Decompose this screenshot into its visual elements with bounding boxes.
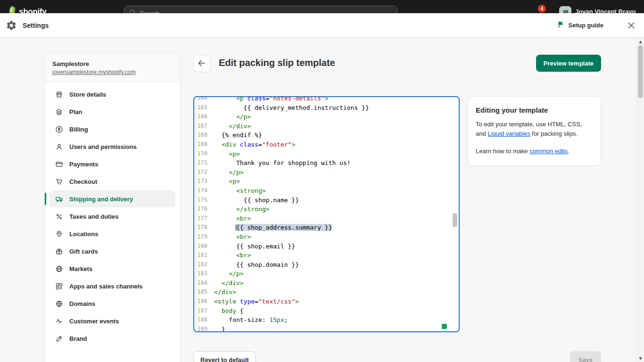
page-title: Edit packing slip template — [219, 58, 335, 68]
template-code-editor[interactable]: 1641651661671681691701711721731741751761… — [193, 96, 460, 332]
sidebar-item-gift-cards[interactable]: Gift cards — [50, 243, 175, 260]
shopify-wordmark: shopify — [19, 7, 46, 14]
sidebar-item-customer-events[interactable]: Customer events — [50, 313, 175, 329]
sidebar-item-label: Brand — [69, 335, 87, 342]
taxes-icon — [54, 212, 64, 221]
setup-guide-label: Setup guide — [569, 22, 603, 29]
domains-icon — [54, 299, 64, 308]
billing-icon — [54, 124, 64, 134]
sidebar-item-label: Plan — [69, 108, 82, 115]
sidebar-item-apps-and-sales-channels[interactable]: Apps and sales channels — [50, 278, 175, 295]
checkout-icon — [54, 177, 64, 186]
scrollbar-up-arrow[interactable]: ▲ — [637, 38, 644, 45]
notification-badge[interactable]: 4 — [538, 5, 546, 13]
sidebar-item-locations[interactable]: Locations — [50, 225, 175, 242]
sidebar-item-taxes-and-duties[interactable]: Taxes and duties — [50, 208, 175, 225]
sidebar-item-label: Payments — [69, 161, 98, 168]
settings-header: Settings Setup guide — [0, 13, 644, 38]
sidebar-item-label: Checkout — [69, 178, 97, 185]
editor-scrollbar-thumb[interactable] — [453, 213, 457, 227]
locations-icon — [54, 229, 64, 239]
setup-guide-button[interactable]: Setup guide — [557, 21, 603, 30]
brand-icon — [54, 334, 64, 343]
sidebar-item-label: Taxes and duties — [69, 213, 119, 220]
user-name[interactable]: Jovan Vincent Bravo — [575, 8, 636, 13]
close-icon[interactable] — [626, 21, 636, 31]
plan-icon — [54, 107, 64, 116]
settings-title: Settings — [23, 22, 49, 29]
sidebar-item-label: Billing — [69, 126, 88, 133]
sidebar-item-label: Store details — [69, 91, 106, 98]
sidebar-item-domains[interactable]: Domains — [50, 295, 175, 312]
markets-icon — [54, 264, 64, 273]
storefront-icon — [54, 90, 64, 99]
sidebar-item-label: Users and permissions — [69, 143, 137, 150]
shopify-logo[interactable]: shopify — [8, 5, 46, 13]
settings-nav: Store detailsPlanBillingUsers and permis… — [45, 82, 180, 351]
store-name: Samplestore — [52, 60, 173, 67]
scrollbar-down-arrow[interactable]: ▼ — [637, 355, 644, 362]
search-input[interactable]: Search — [124, 6, 397, 13]
help-card-body: To edit your template, use HTML, CSS, an… — [476, 120, 593, 139]
avatar[interactable]: JB — [559, 6, 571, 13]
sidebar-item-brand[interactable]: Brand — [50, 330, 175, 347]
editing-help-card: Editing your template To edit your templ… — [468, 96, 601, 166]
events-icon — [54, 316, 64, 326]
common-edits-link[interactable]: common edits — [529, 148, 568, 155]
back-button[interactable] — [193, 55, 210, 72]
sidebar-item-store-details[interactable]: Store details — [50, 86, 175, 103]
sidebar-item-plan[interactable]: Plan — [50, 103, 175, 120]
arrow-left-icon — [197, 58, 206, 69]
store-domain: jovensamplestore.myshopify.com — [52, 69, 173, 75]
users-icon — [54, 142, 64, 151]
sidebar-item-shipping-and-delivery[interactable]: Shipping and delivery — [50, 190, 175, 207]
shipping-icon — [54, 194, 64, 204]
help-card-title: Editing your template — [476, 106, 593, 114]
sidebar-item-label: Markets — [69, 265, 92, 272]
search-placeholder: Search — [140, 10, 159, 14]
preview-template-button[interactable]: Preview template — [536, 55, 601, 72]
editor-viewport: 1641651661671681691701711721731741751761… — [194, 96, 459, 332]
sidebar-item-label: Locations — [69, 230, 98, 238]
editor-code: <p class="notes-details"> {{ delivery_me… — [212, 96, 459, 332]
sidebar-item-billing[interactable]: Billing — [50, 121, 175, 138]
sidebar-item-users-and-permissions[interactable]: Users and permissions — [50, 138, 175, 155]
scrollbar-thumb[interactable] — [638, 45, 643, 98]
editor-line-numbers: 1641651661671681691701711721731741751761… — [194, 96, 212, 332]
sidebar-item-payments[interactable]: Payments — [50, 156, 175, 173]
payments-icon — [54, 159, 64, 169]
shopify-bag-icon — [8, 5, 17, 13]
store-header: Samplestore jovensamplestore.myshopify.c… — [45, 53, 180, 82]
sidebar-item-label: Shipping and delivery — [69, 196, 133, 203]
editor-status-indicator — [442, 324, 447, 329]
sidebar-item-label: Domains — [69, 300, 95, 307]
help-card-learn: Learn how to make common edits. — [476, 147, 593, 156]
sidebar-item-markets[interactable]: Markets — [50, 260, 175, 277]
save-button[interactable]: Save — [570, 351, 601, 362]
sidebar-item-label: Apps and sales channels — [69, 283, 142, 290]
gear-icon — [6, 20, 17, 31]
page-scrollbar[interactable]: ▲ ▼ — [636, 38, 644, 362]
search-icon — [129, 9, 136, 13]
revert-to-default-button[interactable]: Revert to default — [193, 351, 256, 362]
apps-icon — [54, 281, 64, 291]
admin-topbar: shopify Search 4 JB Jovan Vincent Bravo — [0, 0, 644, 13]
giftcards-icon — [54, 247, 64, 256]
sidebar-item-checkout[interactable]: Checkout — [50, 173, 175, 190]
settings-page: Samplestore jovensamplestore.myshopify.c… — [0, 38, 644, 362]
liquid-variables-link[interactable]: Liquid variables — [487, 130, 530, 137]
sidebar-item-label: Customer events — [69, 318, 119, 325]
settings-sidebar: Samplestore jovensamplestore.myshopify.c… — [44, 53, 181, 362]
sidebar-item-label: Gift cards — [69, 248, 98, 255]
flag-icon — [557, 21, 565, 30]
